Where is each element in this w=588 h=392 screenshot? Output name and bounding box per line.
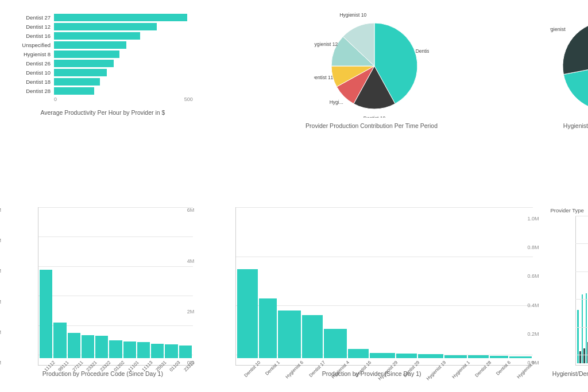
- vbar-bar: [53, 323, 66, 358]
- vbar-col: 23321: [82, 335, 94, 365]
- pie-label: Hygienist 10: [339, 12, 366, 18]
- hbar-track: [54, 41, 193, 49]
- hbar-fill: [54, 14, 187, 21]
- pie2-wrapper: DoctorHygienist: [550, 11, 588, 118]
- hbar-label: Dentist 28: [13, 88, 54, 94]
- hbar-label: Hygienist 8: [13, 51, 54, 57]
- dashboard: Dentist 27 Dentist 12 Dentist 16 Unspeci…: [0, 0, 588, 392]
- vbar-col: Hygienist 4: [324, 329, 347, 365]
- dr-bar: [577, 310, 579, 363]
- hbar-fill: [54, 69, 107, 76]
- vbar-bar: [95, 336, 108, 358]
- hbar-fill: [54, 60, 114, 67]
- grouped-bar-col: [577, 310, 581, 365]
- vbar-ylabel: 0.5M: [0, 329, 1, 335]
- vbar-bar: [165, 344, 177, 358]
- pie-label: Dentist 12: [416, 48, 429, 54]
- hbar-axis-max: 500: [184, 96, 193, 102]
- vbar-bar: [68, 333, 80, 358]
- hbar-track: [54, 51, 193, 58]
- vbar-yaxis: 1.0M0.8M0.6M0.4M0.2M0.0M: [527, 216, 539, 366]
- vbar-bar: [418, 354, 443, 358]
- vbar-col: 11112: [40, 270, 52, 365]
- vbar-xlab: Hygienist 6: [285, 360, 304, 379]
- vbar-xlab: Dentist 28: [474, 360, 493, 378]
- vbar1-wrapper: 2.5M2.0M1.5M1.0M0.5M0.0M 11112 99111 272…: [13, 207, 193, 366]
- vbar-area: 11112 99111 27211 23321 23322 01202 1110…: [38, 207, 193, 366]
- grouped-bar-col: [586, 293, 588, 365]
- dr-bar: [582, 294, 583, 363]
- vbar-col: Dentist 29: [396, 354, 417, 365]
- pie2-svg: DoctorHygienist: [550, 11, 588, 118]
- hbar-chart: Dentist 27 Dentist 12 Dentist 16 Unspeci…: [13, 11, 193, 104]
- hbar-axis: 0 500: [54, 96, 193, 102]
- vbar-xlab: Hygienist 19: [425, 360, 447, 381]
- hbar-label: Dentist 10: [13, 69, 54, 76]
- hbar-label: Dentist 12: [13, 24, 54, 30]
- vbar-bar: [468, 355, 489, 358]
- grouped-bar-pair: [577, 310, 581, 363]
- hbar-label: Dentist 26: [13, 60, 54, 67]
- vbar-bar: [123, 341, 136, 358]
- vbar-ylabel: 0.6M: [527, 273, 539, 279]
- hbar-label: Dentist 27: [13, 14, 54, 21]
- vbar-ylabel: 1.0M: [527, 216, 539, 222]
- vbar-area: Dentist 10 Dentist 1 Hygienist 6 Dentist…: [235, 207, 533, 366]
- vbar-ylabel: 0.0M: [0, 360, 1, 366]
- hbar-title: Average Productivity Per Hour by Provide…: [40, 109, 165, 116]
- vbar-ylabel: 0.8M: [527, 244, 539, 250]
- hbar-track: [54, 32, 193, 40]
- vbar-bar: [137, 342, 150, 358]
- pie-label: Hygienist 12: [314, 41, 338, 47]
- vbar-bar: [348, 349, 369, 358]
- vbar-col: 25531: [151, 344, 164, 365]
- dr-bar: [586, 293, 587, 363]
- vbar-ylabel: 0.2M: [527, 331, 539, 337]
- vbar-bar: [278, 311, 301, 358]
- hbar-fill: [54, 78, 100, 86]
- grouped-legend: Provider Type Dr Hygienist: [550, 207, 588, 214]
- pie-label: Dentist 11: [314, 75, 334, 80]
- vbar-col: Hygienist 6: [278, 311, 301, 365]
- vbar-xlab: 01103: [169, 360, 181, 372]
- hbar-track: [54, 23, 193, 30]
- legend-title: Provider Type: [550, 207, 583, 214]
- hbar-chart-container: Dentist 27 Dentist 12 Dentist 16 Unspeci…: [7, 7, 199, 197]
- pie1-chart-container: Dentist 12Dentist 10Hygi...Dentist 11Hyg…: [204, 7, 539, 197]
- hbar-track: [54, 60, 193, 67]
- vbar-ylabel: 6M: [187, 207, 195, 213]
- grouped-chart-container: Provider Type Dr Hygienist 1.0M0.8M0.6M0…: [544, 203, 588, 385]
- vbar-col: 99111: [53, 323, 66, 365]
- vbar-col: Dentist 1: [259, 298, 277, 365]
- vbar-col: 11113: [137, 342, 150, 365]
- vbar-yaxis: 6M4M2M0M: [187, 207, 195, 366]
- hbar-row: Dentist 28: [13, 87, 193, 95]
- hyg-bar: [583, 348, 585, 363]
- pie2-slice: [563, 21, 588, 75]
- vbar-bar: [259, 298, 277, 358]
- vbar-ylabel: 1.0M: [0, 299, 1, 305]
- grouped-bar-col: [582, 294, 585, 365]
- hbar-fill: [54, 32, 140, 40]
- pie-label: Dentist 10: [363, 115, 386, 118]
- vbar-xlab: Dentist 1: [264, 360, 281, 377]
- grouped-wrapper: 1.0M0.8M0.6M0.4M0.2M0.0M: [550, 216, 588, 366]
- vbar-bar: [444, 355, 467, 358]
- vbar2-chart-container: 6M4M2M0M Dentist 10 Dentist 1 Hygienist …: [204, 203, 539, 385]
- hbar-row: Unspecified: [13, 41, 193, 49]
- vbar-ylabel: 2M: [187, 309, 195, 315]
- vbar1-chart-container: 2.5M2.0M1.5M1.0M0.5M0.0M 11112 99111 272…: [7, 203, 199, 385]
- hbar-label: Unspecified: [13, 42, 54, 48]
- pie-label: Hygi...: [330, 99, 343, 105]
- vbar-bar: [490, 356, 508, 358]
- pie1-wrapper: Dentist 12Dentist 10Hygi...Dentist 11Hyg…: [314, 11, 429, 118]
- vbar2-wrapper: 6M4M2M0M Dentist 10 Dentist 1 Hygienist …: [210, 207, 533, 366]
- vbar-ylabel: 4M: [187, 258, 195, 264]
- vbar-bar: [396, 354, 417, 358]
- vbar-col: 27211: [68, 333, 80, 365]
- vbar-xlab: Hygienist 1: [451, 360, 470, 379]
- hbar-fill: [54, 23, 157, 30]
- hbar-row: Dentist 12: [13, 23, 193, 30]
- hbar-fill: [54, 41, 126, 49]
- vbar-col: Dentist 16: [348, 349, 369, 365]
